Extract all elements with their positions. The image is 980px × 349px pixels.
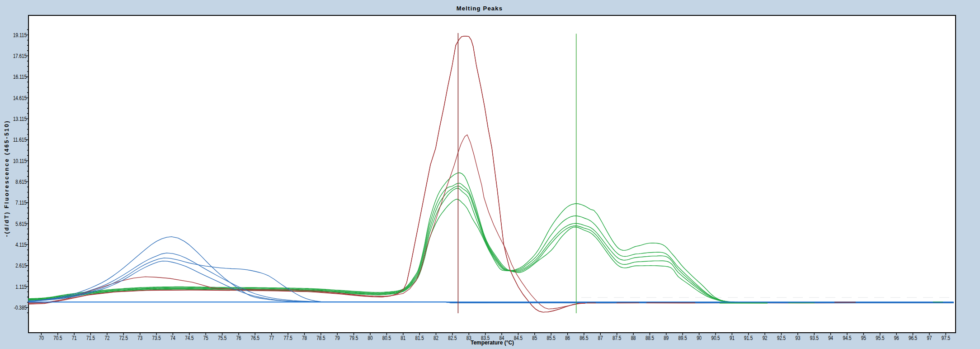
svg-text:77: 77 — [269, 335, 274, 341]
svg-text:77.5: 77.5 — [284, 335, 292, 341]
svg-text:4.115: 4.115 — [15, 241, 27, 248]
svg-text:74: 74 — [170, 335, 175, 341]
svg-text:82: 82 — [433, 335, 438, 341]
svg-text:97: 97 — [927, 335, 932, 341]
svg-text:94.5: 94.5 — [843, 335, 851, 341]
svg-text:84.5: 84.5 — [514, 335, 523, 341]
svg-text:-0.385: -0.385 — [14, 304, 27, 311]
svg-text:73: 73 — [137, 335, 142, 341]
svg-text:95.5: 95.5 — [876, 335, 884, 341]
svg-text:87: 87 — [598, 335, 603, 341]
svg-text:7.115: 7.115 — [15, 199, 27, 206]
svg-text:75.5: 75.5 — [218, 335, 226, 341]
svg-text:90.5: 90.5 — [711, 335, 720, 341]
svg-text:75: 75 — [203, 335, 208, 341]
svg-text:97.5: 97.5 — [942, 335, 950, 341]
svg-text:81: 81 — [400, 335, 405, 341]
svg-text:10.115: 10.115 — [13, 158, 27, 164]
svg-text:81.5: 81.5 — [415, 335, 424, 341]
svg-text:16.115: 16.115 — [13, 73, 27, 80]
svg-text:-(d/dT) Fluorescence (465-510): -(d/dT) Fluorescence (465-510) — [4, 120, 10, 237]
svg-text:80.5: 80.5 — [382, 335, 391, 341]
svg-text:17.615: 17.615 — [13, 53, 27, 59]
svg-text:95: 95 — [861, 335, 866, 341]
svg-text:73.5: 73.5 — [152, 335, 161, 341]
svg-text:5.615: 5.615 — [15, 220, 27, 227]
svg-text:72: 72 — [104, 335, 109, 341]
svg-text:79.5: 79.5 — [349, 335, 358, 341]
svg-text:86: 86 — [565, 335, 570, 341]
svg-text:94: 94 — [828, 335, 833, 341]
svg-text:92: 92 — [763, 335, 768, 341]
svg-text:96.5: 96.5 — [909, 335, 917, 341]
svg-text:93: 93 — [795, 335, 800, 341]
svg-text:1.115: 1.115 — [15, 283, 27, 290]
svg-text:89: 89 — [664, 335, 669, 341]
svg-text:93.5: 93.5 — [810, 335, 819, 341]
svg-text:91: 91 — [730, 335, 735, 341]
svg-text:85.5: 85.5 — [547, 335, 556, 341]
svg-text:14.615: 14.615 — [13, 95, 27, 101]
svg-text:11.615: 11.615 — [13, 136, 27, 143]
svg-text:78: 78 — [302, 335, 307, 341]
svg-text:89.5: 89.5 — [678, 335, 687, 341]
svg-text:96: 96 — [894, 335, 899, 341]
svg-text:70: 70 — [39, 335, 44, 341]
svg-text:90: 90 — [697, 335, 702, 341]
svg-text:82.5: 82.5 — [448, 335, 457, 341]
svg-text:19.115: 19.115 — [13, 32, 27, 38]
svg-text:87.5: 87.5 — [612, 335, 621, 341]
svg-text:92.5: 92.5 — [777, 335, 786, 341]
svg-text:76: 76 — [236, 335, 241, 341]
svg-text:2.615: 2.615 — [15, 262, 27, 269]
svg-text:13.115: 13.115 — [13, 115, 27, 122]
svg-text:88: 88 — [631, 335, 636, 341]
svg-text:79: 79 — [335, 335, 340, 341]
svg-text:71: 71 — [72, 335, 77, 341]
svg-text:91.5: 91.5 — [744, 335, 753, 341]
svg-text:80: 80 — [368, 335, 373, 341]
svg-text:88.5: 88.5 — [645, 335, 654, 341]
svg-text:72.5: 72.5 — [119, 335, 128, 341]
svg-text:74.5: 74.5 — [185, 335, 193, 341]
svg-text:76.5: 76.5 — [251, 335, 259, 341]
svg-text:85: 85 — [532, 335, 537, 341]
svg-text:86.5: 86.5 — [580, 335, 588, 341]
svg-text:Temperature (°C): Temperature (°C) — [471, 339, 514, 346]
svg-text:71.5: 71.5 — [86, 335, 95, 341]
svg-text:78.5: 78.5 — [316, 335, 325, 341]
svg-text:Melting Peaks: Melting Peaks — [457, 5, 503, 12]
svg-text:8.615: 8.615 — [15, 178, 27, 185]
svg-text:70.5: 70.5 — [53, 335, 62, 341]
